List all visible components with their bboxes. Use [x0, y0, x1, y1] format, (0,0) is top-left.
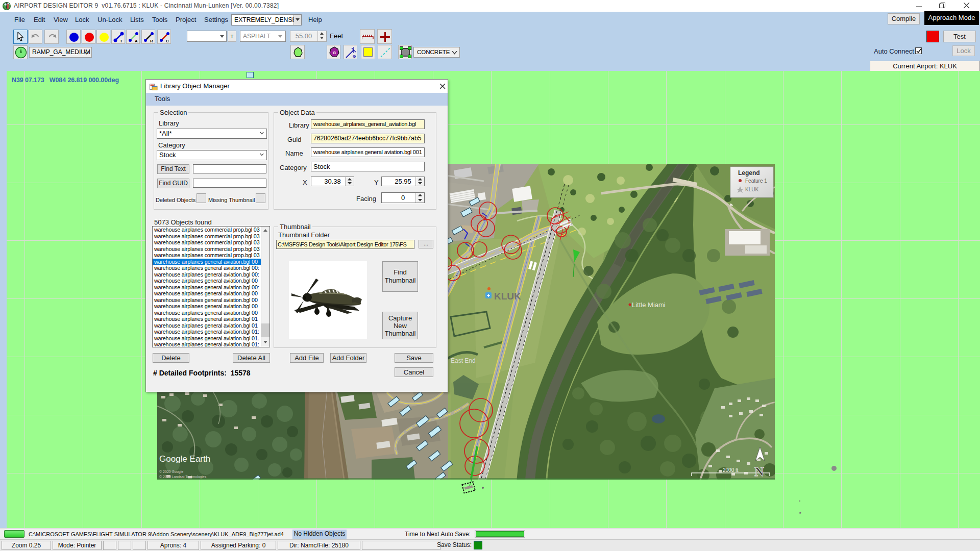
svg-text:N: N [754, 464, 764, 479]
svg-text:A: A [135, 39, 138, 43]
svg-text:KLUK: KLUK [494, 291, 521, 302]
svg-text:Legend: Legend [738, 169, 760, 177]
svg-text:G: G [333, 51, 336, 55]
svg-text:T: T [120, 39, 122, 43]
svg-text:East End: East End [451, 357, 476, 364]
svg-text:© 2020 Google: © 2020 Google [159, 470, 183, 474]
svg-text:R: R [150, 39, 153, 43]
svg-text:Little Miami: Little Miami [632, 301, 666, 309]
svg-text:Feature 1: Feature 1 [745, 178, 767, 184]
svg-text:Google Earth: Google Earth [159, 454, 210, 464]
svg-text:C: C [166, 39, 169, 43]
svg-text:G: G [353, 54, 356, 59]
svg-text:2000 ft: 2000 ft [723, 467, 739, 473]
svg-text:KLUK: KLUK [745, 187, 758, 192]
